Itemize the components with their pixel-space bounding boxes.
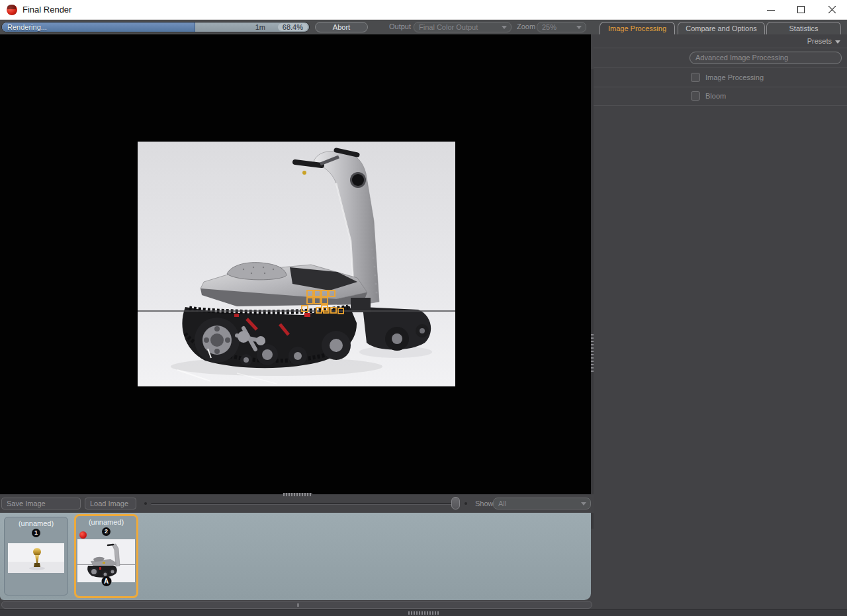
zoom-dropdown-value: 25% bbox=[542, 23, 557, 31]
image-processing-checkbox-label: Image Processing bbox=[705, 73, 764, 81]
abort-button[interactable]: Abort bbox=[315, 22, 368, 32]
load-image-button[interactable]: Load Image bbox=[85, 498, 136, 509]
chevron-down-icon bbox=[576, 26, 582, 29]
chevron-down-icon bbox=[502, 26, 507, 29]
render-toolbar: Rendering... 1m 68.4% Abort Output Final… bbox=[0, 20, 847, 34]
chevron-down-icon bbox=[835, 40, 840, 44]
maximize-icon bbox=[797, 6, 805, 13]
save-image-button[interactable]: Save Image bbox=[1, 498, 81, 509]
presets-label: Presets bbox=[807, 37, 832, 45]
window-title: Final Render bbox=[22, 5, 71, 15]
progress-status-text: Rendering... bbox=[7, 23, 47, 31]
title-bar: Final Render bbox=[0, 0, 847, 20]
bloom-checkbox-label: Bloom bbox=[705, 92, 726, 100]
window-bottom-edge bbox=[0, 609, 847, 616]
horizontal-guide-line bbox=[138, 310, 455, 312]
chevron-down-icon bbox=[581, 502, 586, 506]
presets-row: Presets bbox=[594, 34, 847, 48]
minimize-icon bbox=[767, 10, 775, 11]
tab-compare-and-options[interactable]: Compare and Options bbox=[678, 22, 765, 34]
thumbnail-2-selected[interactable]: (unnamed) 2 A bbox=[74, 514, 138, 598]
history-slider-thumb[interactable] bbox=[451, 497, 460, 509]
image-processing-panel: Presets Advanced Image Processing Image … bbox=[594, 34, 847, 609]
tracked-vehicle-render-graphic bbox=[138, 142, 455, 386]
thumbnail-number-badge: 2 bbox=[102, 527, 111, 536]
slider-min-dot bbox=[144, 502, 147, 505]
render-progress-bar: Rendering... 1m 68.4% bbox=[1, 22, 310, 32]
image-toolbar: Save Image Load Image Show All bbox=[0, 494, 594, 513]
thumbnail-a-badge: A bbox=[101, 576, 111, 586]
maximize-button[interactable] bbox=[786, 0, 817, 20]
output-dropdown-value: Final Color Output bbox=[419, 23, 478, 31]
output-label: Output bbox=[389, 22, 411, 30]
progress-elapsed-time: 1m bbox=[255, 23, 265, 31]
final-render-window: Final Render Rendering... 1m 68.4% Abort… bbox=[0, 0, 847, 616]
thumbnail-1[interactable]: (unnamed) 1 bbox=[4, 517, 68, 595]
advanced-row: Advanced Image Processing bbox=[594, 48, 847, 68]
show-label: Show bbox=[475, 500, 494, 507]
zoom-label: Zoom bbox=[517, 22, 535, 30]
show-dropdown[interactable]: All bbox=[493, 498, 591, 509]
app-logo-icon bbox=[7, 5, 17, 15]
zoom-dropdown[interactable]: 25% bbox=[537, 22, 586, 32]
rendered-image[interactable] bbox=[138, 142, 455, 386]
rendering-status-dot bbox=[79, 531, 87, 539]
close-button[interactable] bbox=[817, 0, 847, 20]
thumbnail-title: (unnamed) bbox=[76, 518, 136, 526]
render-history-panel: (unnamed) 1 (unnamed) 2 bbox=[0, 513, 591, 600]
scrollbar-mark bbox=[297, 603, 299, 607]
tab-image-processing[interactable]: Image Processing bbox=[600, 22, 675, 34]
history-slider-track[interactable] bbox=[151, 503, 455, 505]
output-dropdown[interactable]: Final Color Output bbox=[414, 22, 512, 32]
minimize-button[interactable] bbox=[756, 0, 786, 20]
image-processing-checkbox[interactable] bbox=[691, 73, 700, 82]
horizontal-grip-icon[interactable] bbox=[408, 611, 439, 615]
horizontal-grip-icon[interactable] bbox=[283, 493, 312, 496]
progress-percent: 68.4% bbox=[278, 23, 308, 31]
advanced-image-processing-button[interactable]: Advanced Image Processing bbox=[690, 52, 842, 64]
slider-max-dot bbox=[465, 502, 467, 505]
thumbnail-scrollbar[interactable] bbox=[1, 601, 592, 609]
presets-dropdown[interactable]: Presets bbox=[807, 37, 840, 45]
render-viewport[interactable] bbox=[0, 34, 591, 494]
thumbnail-title: (unnamed) bbox=[5, 519, 67, 527]
bloom-row: Bloom bbox=[594, 87, 847, 106]
show-dropdown-value: All bbox=[498, 500, 506, 507]
bloom-checkbox[interactable] bbox=[691, 91, 700, 101]
image-processing-row: Image Processing bbox=[594, 68, 847, 87]
tab-statistics[interactable]: Statistics bbox=[766, 22, 841, 34]
thumbnail-number-badge: 1 bbox=[32, 529, 40, 537]
thumbnail-image-trophy bbox=[8, 543, 64, 573]
window-controls bbox=[756, 0, 847, 20]
